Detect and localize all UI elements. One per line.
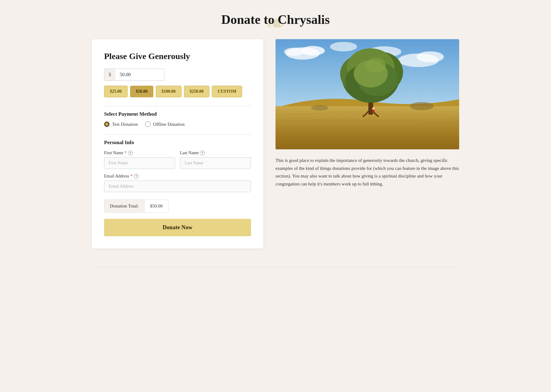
form-heading: Please Give Generously — [104, 51, 251, 61]
preset-100[interactable]: $100.00 — [156, 86, 182, 97]
first-name-required: * — [125, 151, 127, 155]
last-name-help-icon[interactable]: ? — [200, 151, 205, 155]
preset-custom[interactable]: CUSTOM — [212, 86, 242, 97]
payment-test-label: Test Donation — [112, 122, 138, 127]
svg-point-3 — [284, 48, 305, 56]
last-name-label: Last Name ? — [180, 151, 251, 155]
first-name-label: First Name * ? — [104, 151, 175, 155]
donation-total-value: $50.00 — [144, 200, 168, 212]
payment-offline-label: Offline Donation — [153, 122, 185, 127]
first-name-help-icon[interactable]: ? — [128, 151, 133, 155]
first-name-input[interactable] — [104, 157, 175, 169]
amount-input[interactable] — [115, 69, 164, 81]
payment-divider — [104, 106, 251, 106]
sidebar-description: This is good place to explain the import… — [276, 157, 459, 188]
personal-info-divider — [104, 134, 251, 135]
preset-250[interactable]: $250.00 — [184, 86, 210, 97]
currency-symbol: $ — [104, 69, 115, 81]
payment-method-offline[interactable]: Offline Donation — [145, 121, 185, 127]
donation-total-row: Donation Total: $50.00 — [104, 200, 168, 213]
svg-point-5 — [417, 51, 444, 62]
payment-radio-offline[interactable] — [145, 121, 151, 127]
svg-point-19 — [372, 107, 375, 110]
amount-row: $ — [104, 69, 251, 81]
email-input[interactable] — [104, 181, 251, 192]
page-title: Donate to Chrysalis — [6, 12, 545, 27]
preset-amounts: $25.00 $50.00 $100.00 $250.00 CUSTOM — [104, 86, 251, 97]
donation-total-label: Donation Total: — [104, 200, 144, 212]
right-panel: This is good place to explain the import… — [276, 39, 459, 188]
svg-point-21 — [311, 105, 328, 111]
email-label: Email Address * ? — [104, 174, 251, 179]
payment-method-test[interactable]: Test Donation — [104, 121, 138, 127]
donate-now-button[interactable]: Donate Now — [104, 219, 251, 236]
payment-methods: Test Donation Offline Donation — [104, 121, 251, 127]
svg-point-20 — [410, 102, 434, 110]
form-card: Please Give Generously $ $25.00 $50.00 $… — [92, 39, 263, 248]
preset-50[interactable]: $50.00 — [130, 86, 154, 97]
payment-radio-test[interactable] — [104, 121, 110, 127]
last-name-input[interactable] — [180, 157, 251, 169]
preset-25[interactable]: $25.00 — [104, 86, 128, 97]
first-name-group: First Name * ? — [104, 151, 175, 169]
svg-point-17 — [365, 58, 386, 73]
svg-point-6 — [330, 42, 357, 51]
footer-divider — [92, 267, 459, 267]
personal-info-title: Personal Info — [104, 140, 251, 146]
last-name-group: Last Name ? — [180, 151, 251, 169]
email-required: * — [130, 174, 133, 179]
name-row: First Name * ? Last Name ? — [104, 151, 251, 169]
page-title-area: ❧ Donate to Chrysalis — [6, 12, 545, 27]
email-group: Email Address * ? — [104, 174, 251, 192]
payment-section-title: Select Payment Method — [104, 111, 251, 117]
svg-point-2 — [301, 46, 325, 55]
tree-image — [276, 39, 459, 149]
main-content: Please Give Generously $ $25.00 $50.00 $… — [92, 39, 459, 248]
email-help-icon[interactable]: ? — [134, 174, 139, 179]
